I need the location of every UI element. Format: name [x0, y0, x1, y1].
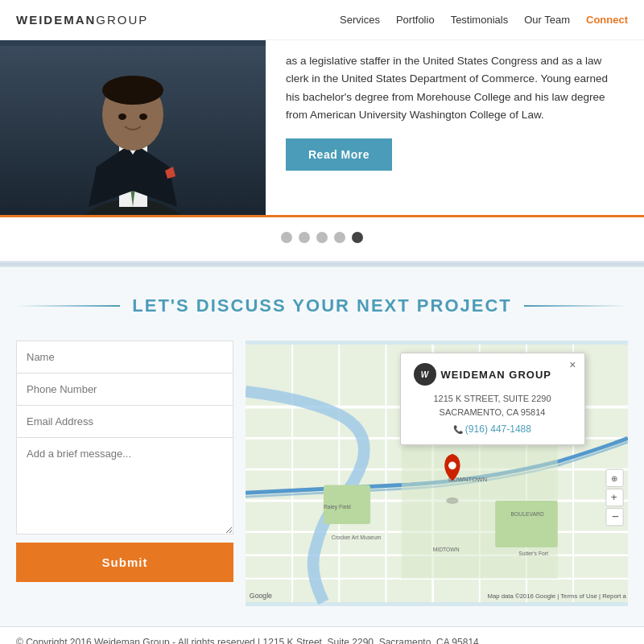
- nav-connect[interactable]: Connect: [586, 14, 628, 26]
- svg-text:⊕: ⊕: [611, 474, 617, 483]
- svg-point-12: [118, 114, 126, 120]
- svg-text:Sutter's Fort: Sutter's Fort: [518, 551, 548, 556]
- carousel-dots: [0, 217, 644, 261]
- logo: WEIDEMANGROUP: [16, 13, 148, 27]
- popup-address-line2: SACRAMENTO, CA 95814: [414, 406, 572, 419]
- contact-form: Submit: [16, 341, 233, 582]
- name-input[interactable]: [16, 341, 233, 374]
- svg-point-39: [446, 497, 459, 504]
- nav-services[interactable]: Services: [340, 14, 380, 26]
- footer-copyright: © Copyright 2016 Weideman Group - All ri…: [16, 637, 628, 644]
- dot-5[interactable]: [352, 232, 363, 243]
- hero-section: as a legislative staffer in the United S…: [0, 40, 644, 217]
- nav-testimonials[interactable]: Testimonials: [451, 14, 509, 26]
- hero-image: [0, 40, 266, 215]
- header: WEIDEMANGROUP Services Portfolio Testimo…: [0, 0, 644, 40]
- email-input[interactable]: [16, 406, 233, 438]
- person-image: [0, 46, 266, 215]
- svg-text:−: −: [612, 510, 619, 523]
- hero-body: as a legislative staffer in the United S…: [286, 52, 624, 124]
- cta-line-left: [16, 305, 120, 307]
- hero-text-area: as a legislative staffer in the United S…: [266, 40, 644, 215]
- svg-point-10: [102, 76, 163, 105]
- section-divider: [0, 261, 644, 267]
- read-more-button[interactable]: Read More: [286, 138, 392, 171]
- svg-text:Google: Google: [250, 592, 272, 600]
- cta-title-wrapper: LET'S DISCUSS YOUR NEXT PROJECT: [16, 295, 628, 316]
- nav-portfolio[interactable]: Portfolio: [396, 14, 435, 26]
- footer: © Copyright 2016 Weideman Group - All ri…: [0, 626, 644, 644]
- svg-text:BOULEVARD: BOULEVARD: [511, 511, 544, 517]
- main-nav: Services Portfolio Testimonials Our Team…: [340, 14, 628, 26]
- svg-point-40: [448, 461, 456, 469]
- dot-3[interactable]: [316, 232, 328, 243]
- nav-our-team[interactable]: Our Team: [524, 14, 570, 26]
- popup-address-line1: 1215 K STREET, SUITE 2290: [414, 392, 572, 406]
- cta-line-right: [524, 305, 628, 307]
- map-container[interactable]: DOWNTOWN BOULEVARD MIDTOWN Raley Field C…: [246, 341, 628, 606]
- logo-bold: WEIDEMAN: [16, 13, 96, 27]
- svg-text:+: +: [611, 491, 617, 503]
- svg-point-13: [139, 114, 147, 120]
- dot-4[interactable]: [334, 232, 345, 243]
- svg-rect-32: [495, 501, 558, 547]
- svg-text:MIDTOWN: MIDTOWN: [433, 547, 460, 552]
- popup-logo-icon: W: [414, 363, 436, 386]
- logo-light: GROUP: [96, 13, 148, 27]
- svg-text:Map data ©2016 Google | Terms : Map data ©2016 Google | Terms of Use | R…: [488, 592, 628, 600]
- popup-logo-row: W WEIDEMAN GROUP: [414, 363, 572, 386]
- popup-close-button[interactable]: ×: [569, 358, 576, 371]
- content-row: Submit: [16, 341, 628, 606]
- phone-input[interactable]: [16, 374, 233, 406]
- cta-title: LET'S DISCUSS YOUR NEXT PROJECT: [132, 295, 511, 316]
- svg-text:Crocker Art Museum: Crocker Art Museum: [332, 535, 382, 540]
- popup-company-name: WEIDEMAN GROUP: [441, 369, 552, 381]
- person-svg: [0, 46, 266, 215]
- message-textarea[interactable]: [16, 438, 233, 535]
- map-popup: × W WEIDEMAN GROUP 1215 K STREET, SUITE …: [400, 353, 585, 445]
- submit-button[interactable]: Submit: [16, 543, 233, 582]
- popup-phone[interactable]: (916) 447-1488: [414, 423, 572, 435]
- cta-section: LET'S DISCUSS YOUR NEXT PROJECT Submit: [0, 267, 644, 626]
- svg-text:Raley Field: Raley Field: [324, 504, 351, 510]
- dot-1[interactable]: [281, 232, 292, 243]
- dot-2[interactable]: [299, 232, 310, 243]
- popup-address: 1215 K STREET, SUITE 2290 SACRAMENTO, CA…: [414, 392, 572, 419]
